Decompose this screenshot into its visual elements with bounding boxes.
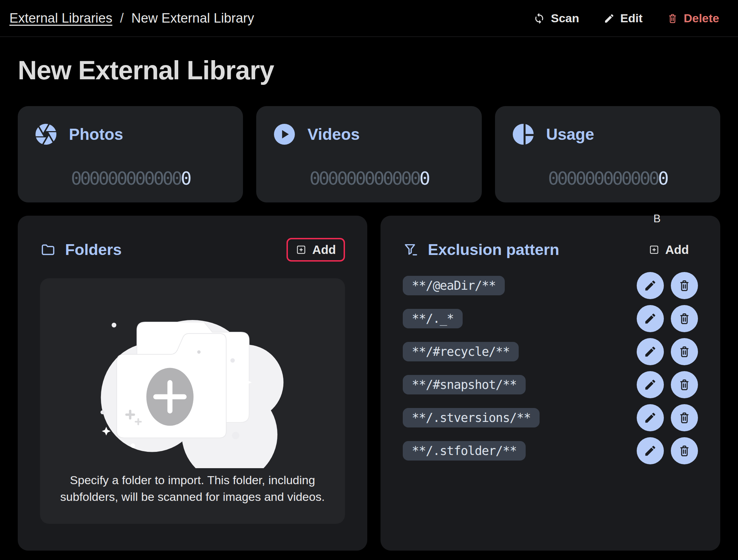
pencil-icon [644, 444, 657, 457]
breadcrumb-separator: / [120, 11, 124, 26]
pie-chart-icon [511, 122, 536, 147]
edit-button-label: Edit [620, 11, 643, 25]
edit-pattern-button[interactable] [637, 338, 664, 365]
exclusion-pattern-text: **/._* [412, 312, 454, 326]
pattern-row-actions [637, 404, 698, 431]
photos-count-value: 0 [181, 168, 190, 189]
trash-icon [667, 13, 678, 24]
videos-stat-card: Videos 0000000000000 [256, 106, 481, 202]
videos-count-padding: 000000000000 [309, 168, 419, 189]
trash-icon [678, 279, 691, 292]
usage-count: 0000000000000 B [495, 168, 720, 189]
exclusion-pattern-text: **/@eaDir/** [412, 279, 496, 293]
aperture-icon [33, 122, 58, 147]
pencil-icon [644, 312, 657, 325]
folders-empty-caption-line1: Specify a folder to import. This folder,… [60, 472, 325, 488]
scan-button-label: Scan [551, 11, 579, 25]
page-title: New External Library [18, 55, 738, 85]
exclusion-pattern-row: **/._* [403, 305, 698, 332]
add-folder-button-label: Add [312, 243, 336, 257]
photos-stat-card: Photos 0000000000000 [18, 106, 243, 202]
sync-icon [533, 13, 545, 24]
stats-row: Photos 0000000000000 Videos 000000000000… [18, 106, 720, 202]
pattern-row-actions [637, 338, 698, 365]
exclusion-pattern-chip: **/._* [403, 309, 463, 328]
pencil-icon [644, 378, 657, 391]
exclusion-pattern-text: **/#snapshot/** [412, 378, 517, 392]
scan-button[interactable]: Scan [533, 11, 579, 25]
top-actions: Scan Edit Delete [533, 11, 719, 25]
usage-stat-card: Usage 0000000000000 B [495, 106, 720, 202]
videos-stat-label: Videos [307, 125, 360, 144]
usage-stat-label: Usage [546, 125, 594, 144]
delete-button[interactable]: Delete [667, 11, 719, 25]
top-bar: External Libraries / New External Librar… [0, 0, 738, 37]
edit-pattern-button[interactable] [637, 437, 664, 464]
trash-icon [678, 378, 691, 391]
folders-empty-caption-line2: subfolders, will be scanned for images a… [60, 488, 325, 505]
exclusion-pattern-chip: **/@eaDir/** [403, 276, 505, 295]
delete-pattern-button[interactable] [671, 305, 698, 332]
trash-icon [678, 345, 691, 358]
edit-pattern-button[interactable] [637, 404, 664, 431]
usage-count-value: 0 [658, 168, 667, 189]
exclusion-pattern-text: **/.stfolder/** [412, 444, 517, 458]
exclusion-pattern-text: **/#recycle/** [412, 345, 510, 359]
trash-icon [678, 411, 691, 424]
delete-pattern-button[interactable] [671, 371, 698, 398]
edit-pattern-button[interactable] [637, 371, 664, 398]
folders-panel: Folders Add [18, 216, 367, 551]
exclusion-pattern-chip: **/#snapshot/** [403, 375, 526, 394]
exclusion-panel-title: Exclusion pattern [428, 241, 559, 259]
pattern-row-actions [637, 305, 698, 332]
filter-minus-icon [403, 242, 419, 258]
panels-row: Folders Add [18, 216, 720, 551]
photos-count: 0000000000000 [18, 168, 243, 189]
plus-square-icon [649, 244, 660, 255]
trash-icon [678, 444, 691, 457]
breadcrumb-link-external-libraries[interactable]: External Libraries [9, 11, 112, 26]
delete-pattern-button[interactable] [671, 404, 698, 431]
edit-button[interactable]: Edit [604, 11, 643, 25]
usage-count-unit: B [650, 213, 664, 225]
exclusion-pattern-row: **/.stfolder/** [403, 437, 698, 464]
external-library-page: External Libraries / New External Librar… [0, 0, 738, 560]
exclusion-pattern-chip: **/.stfolder/** [403, 441, 526, 461]
exclusion-pattern-panel: Exclusion pattern Add **/@eaDir/** [380, 216, 720, 551]
edit-pattern-button[interactable] [637, 272, 664, 299]
videos-count-value: 0 [419, 168, 429, 189]
pattern-row-actions [637, 371, 698, 398]
breadcrumb: External Libraries / New External Librar… [9, 11, 254, 26]
exclusion-pattern-row: **/.stversions/** [403, 404, 698, 431]
add-folder-button[interactable]: Add [286, 238, 345, 262]
photos-stat-label: Photos [69, 125, 123, 144]
delete-pattern-button[interactable] [671, 272, 698, 299]
pattern-row-actions [637, 437, 698, 464]
trash-icon [678, 312, 691, 325]
add-exclusion-pattern-label: Add [665, 243, 689, 257]
exclusion-pattern-list: **/@eaDir/** [403, 272, 698, 464]
play-circle-icon [272, 122, 297, 147]
photos-count-padding: 000000000000 [71, 168, 181, 189]
exclusion-pattern-chip: **/#recycle/** [403, 342, 519, 361]
usage-count-padding: 000000000000 [548, 168, 658, 189]
pencil-icon [604, 13, 615, 24]
exclusion-pattern-row: **/#snapshot/** [403, 371, 698, 398]
pencil-icon [644, 411, 657, 424]
plus-square-icon [296, 244, 307, 255]
exclusion-pattern-chip: **/.stversions/** [403, 408, 540, 427]
breadcrumb-current: New External Library [131, 11, 254, 26]
delete-pattern-button[interactable] [671, 437, 698, 464]
folders-empty-state: Specify a folder to import. This folder,… [40, 278, 345, 524]
add-exclusion-pattern-button[interactable]: Add [639, 238, 698, 262]
pencil-icon [644, 279, 657, 292]
delete-pattern-button[interactable] [671, 338, 698, 365]
folders-panel-title: Folders [65, 241, 122, 259]
videos-count: 0000000000000 [256, 168, 481, 189]
folders-empty-illustration [85, 300, 300, 468]
exclusion-pattern-text: **/.stversions/** [412, 411, 531, 425]
pencil-icon [644, 345, 657, 358]
folders-empty-caption: Specify a folder to import. This folder,… [60, 472, 325, 505]
pattern-row-actions [637, 272, 698, 299]
edit-pattern-button[interactable] [637, 305, 664, 332]
